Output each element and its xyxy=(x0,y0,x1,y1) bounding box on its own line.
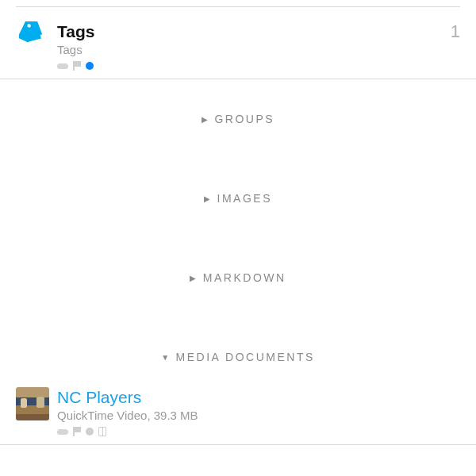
item-title: NC Players xyxy=(57,387,460,407)
section-label: GROUPS xyxy=(214,113,274,125)
item-subtitle: QuickTime Video, 39.3 MB xyxy=(57,409,460,422)
status-dot-icon xyxy=(86,428,94,436)
item-subtitle: Tags xyxy=(57,43,444,56)
section-label: MARKDOWN xyxy=(203,271,286,284)
chevron-right-icon: ▶ xyxy=(190,274,198,282)
section-label: IMAGES xyxy=(217,192,272,205)
flag-icon xyxy=(73,427,81,436)
columns-icon xyxy=(98,427,106,436)
item-count: 1 xyxy=(451,21,460,40)
chevron-right-icon: ▶ xyxy=(204,194,213,203)
section-groups[interactable]: ▶GROUPS xyxy=(0,79,476,159)
item-meta-icons xyxy=(57,427,460,436)
item-title: Tags xyxy=(57,21,444,41)
list-item-media[interactable]: NC Players QuickTime Video, 39.3 MB xyxy=(0,379,476,445)
chevron-down-icon: ▼ xyxy=(161,353,171,362)
section-label: MEDIA DOCUMENTS xyxy=(176,351,315,363)
list-item-body: Tags Tags xyxy=(57,21,444,71)
tag-icon xyxy=(16,21,49,55)
video-thumbnail xyxy=(16,387,49,420)
status-dot-icon xyxy=(86,62,94,70)
section-markdown[interactable]: ▶MARKDOWN xyxy=(0,238,476,317)
list-item-body: NC Players QuickTime Video, 39.3 MB xyxy=(57,387,460,436)
section-images[interactable]: ▶IMAGES xyxy=(0,159,476,238)
section-media-documents[interactable]: ▼MEDIA DOCUMENTS xyxy=(0,317,476,379)
divider xyxy=(16,6,460,7)
list-item-tags[interactable]: Tags Tags 1 xyxy=(0,13,476,79)
chevron-right-icon: ▶ xyxy=(202,115,210,124)
item-meta-icons xyxy=(57,61,444,71)
label-pill-icon xyxy=(57,63,68,69)
label-pill-icon xyxy=(57,429,68,435)
flag-icon xyxy=(73,61,81,71)
